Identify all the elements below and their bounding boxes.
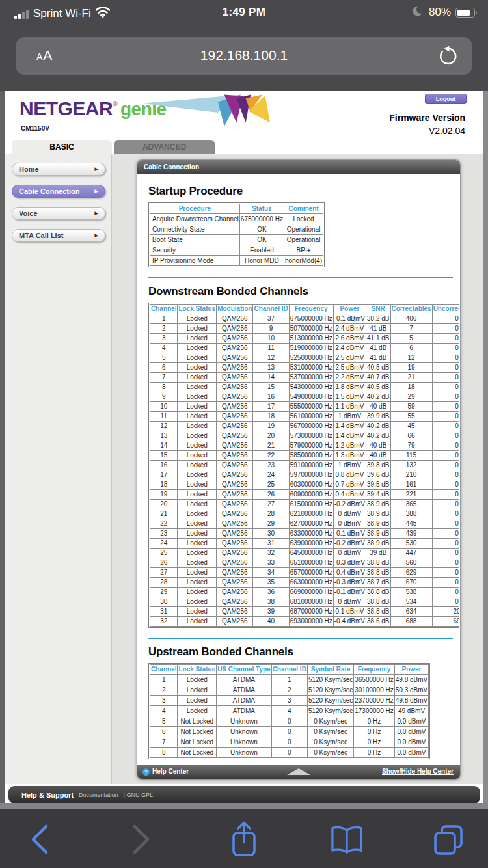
table-row: 8Not LockedUnknown00 Ksym/sec0 Hz0.0 dBm… xyxy=(150,748,429,758)
page-bottom-strip xyxy=(0,803,488,809)
table-row: 8LockedQAM25615543000000 Hz1.8 dBmV40.5 … xyxy=(150,383,460,392)
table-cell: -0.2 dBmV xyxy=(333,539,366,549)
sidebar-item-home[interactable]: Home ▶ xyxy=(12,163,105,176)
back-button[interactable] xyxy=(23,823,56,856)
table-cell: Locked xyxy=(178,607,217,617)
table-cell: 22 xyxy=(150,519,178,529)
table-cell: 18 xyxy=(150,480,178,490)
sidebar-item-mta-call-list[interactable]: MTA Call List ▶ xyxy=(12,229,105,242)
downstream-heading: Downstream Bonded Channels xyxy=(148,285,457,298)
documentation-link[interactable]: Documentation xyxy=(79,792,118,798)
forward-button[interactable] xyxy=(125,823,157,856)
table-row: 5Not LockedUnknown00 Ksym/sec0 Hz0.0 dBm… xyxy=(150,716,429,727)
ios-status-bar: Sprint Wi-Fi 1:49 PM 80% xyxy=(0,0,488,31)
table-cell: 29 xyxy=(253,519,289,529)
table-cell: 0 xyxy=(432,431,459,441)
table-cell: Locked xyxy=(178,696,217,706)
table-cell: 21 xyxy=(390,373,432,383)
cable-connection-panel: Cable Connection Startup Procedure Proce… xyxy=(137,159,461,780)
table-cell: 0 xyxy=(432,353,459,363)
table-cell: 0 xyxy=(432,412,459,422)
table-cell: 28 xyxy=(150,578,178,588)
column-header: Channel xyxy=(150,305,178,314)
tab-advanced[interactable]: ADVANCED xyxy=(114,140,215,154)
table-cell: 597000000 Hz xyxy=(289,470,333,480)
column-header: Status xyxy=(239,204,284,214)
table-cell: 7 xyxy=(150,373,178,383)
table-cell: Locked xyxy=(178,412,217,422)
tab-basic[interactable]: BASIC xyxy=(12,140,112,154)
table-row: 28LockedQAM25635663000000 Hz-0.3 dBmV38.… xyxy=(150,578,460,588)
table-cell: QAM256 xyxy=(217,558,253,568)
table-row: 21LockedQAM25628621000000 Hz0 dBmV38.9 d… xyxy=(150,509,460,519)
table-cell: 38.9 dB xyxy=(366,509,390,519)
logout-button[interactable]: Logout xyxy=(425,94,467,104)
table-cell: 5120 Ksym/sec xyxy=(307,685,353,696)
column-header: Channel ID xyxy=(271,665,307,675)
safari-address-bar[interactable]: AA 192.168.100.1 xyxy=(16,37,472,75)
table-cell: 1.3 dBmV xyxy=(333,451,366,461)
table-cell: honorMdd(4) xyxy=(284,256,323,266)
gnu-gpl-link[interactable]: | GNU GPL xyxy=(124,792,153,798)
table-cell: 0 Ksym/sec xyxy=(307,716,353,727)
table-cell: 0 Ksym/sec xyxy=(307,737,353,748)
table-cell: -0.1 dBmV xyxy=(333,529,366,539)
show-hide-help-center-link[interactable]: Show/Hide Help Center xyxy=(382,765,454,779)
table-cell: 49.8 dBmV xyxy=(394,696,428,706)
table-cell: 26 xyxy=(253,490,289,500)
table-cell: Locked xyxy=(178,578,217,588)
table-row: 9LockedQAM25616549000000 Hz1.5 dBmV40.2 … xyxy=(150,392,460,402)
table-cell: 0 xyxy=(432,324,459,334)
expand-triangle-icon[interactable] xyxy=(287,768,310,775)
table-cell: 0 Hz xyxy=(354,748,395,758)
table-cell: Locked xyxy=(178,441,217,451)
table-row: 23LockedQAM25630633000000 Hz-0.1 dBmV38.… xyxy=(150,529,460,539)
table-cell: 525000000 Hz xyxy=(289,353,333,363)
table-cell: Locked xyxy=(178,461,217,470)
table-cell: Locked xyxy=(178,383,217,392)
table-cell: -0.3 dBmV xyxy=(333,578,366,588)
table-cell: 115 xyxy=(390,451,432,461)
table-cell: 18 xyxy=(253,412,289,422)
table-cell: 5 xyxy=(150,353,178,363)
table-cell: 0 xyxy=(432,480,459,490)
table-row: 20LockedQAM25627615000000 Hz-0.2 dBmV38.… xyxy=(150,500,460,509)
table-cell: 2 xyxy=(150,685,178,696)
tabs-icon[interactable] xyxy=(432,823,465,856)
table-cell: 34 xyxy=(253,568,289,578)
url-text[interactable]: 192.168.100.1 xyxy=(16,47,472,63)
table-cell: ATDMA xyxy=(217,675,272,685)
table-cell: QAM256 xyxy=(217,539,253,549)
table-cell: 651000000 Hz xyxy=(289,558,333,568)
table-cell: 23700000 Hz xyxy=(354,696,395,706)
safari-toolbar xyxy=(0,809,488,868)
table-row: SecurityEnabledBPI+ xyxy=(150,245,323,256)
table-cell: 1.5 dBmV xyxy=(333,392,366,402)
table-row: 31LockedQAM25639687000000 Hz0.1 dBmV38.8… xyxy=(150,607,460,617)
table-cell: 40.2 dB xyxy=(366,431,390,441)
table-cell: IP Provisioning Mode xyxy=(150,256,240,266)
table-cell: Locked xyxy=(178,392,217,402)
table-cell: 0 xyxy=(432,509,459,519)
table-row: 6LockedQAM25613531000000 Hz2.5 dBmV40.8 … xyxy=(150,363,460,373)
reload-icon[interactable] xyxy=(437,46,457,69)
table-cell: 38.8 dB xyxy=(366,568,390,578)
table-cell: 32 xyxy=(253,549,289,558)
table-row: 17LockedQAM25624597000000 Hz0.8 dBmV39.6… xyxy=(150,470,460,480)
table-row: 6Not LockedUnknown00 Ksym/sec0 Hz0.0 dBm… xyxy=(150,727,429,737)
table-cell: 579000000 Hz xyxy=(289,441,333,451)
table-cell: 40 dB xyxy=(366,451,390,461)
sidebar-item-voice[interactable]: Voice ▶ xyxy=(12,207,105,220)
table-cell: Locked xyxy=(178,324,217,334)
table-cell: 388 xyxy=(390,509,432,519)
table-cell: 7 xyxy=(150,737,178,748)
share-icon[interactable] xyxy=(228,823,260,856)
table-cell: ATDMA xyxy=(217,706,272,716)
sidebar-item-cable-connection[interactable]: Cable Connection ▶ xyxy=(12,185,105,198)
table-cell: Locked xyxy=(178,431,217,441)
table-cell: 0 xyxy=(432,549,459,558)
table-cell: 0 xyxy=(432,402,459,412)
table-cell: QAM256 xyxy=(217,549,253,558)
table-cell: 0 xyxy=(432,588,459,597)
bookmarks-icon[interactable] xyxy=(331,823,363,856)
